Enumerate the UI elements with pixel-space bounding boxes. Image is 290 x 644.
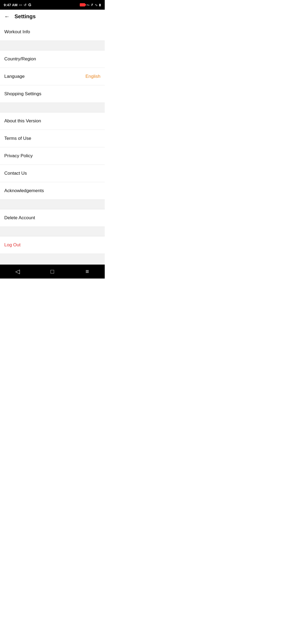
- privacy-policy-label: Privacy Policy: [4, 153, 33, 159]
- section-divider-3: [0, 200, 105, 209]
- google-icon: G: [28, 3, 31, 7]
- nav-home-icon: □: [50, 268, 54, 275]
- status-icons: 🗝 ✗ ∿ ▮: [80, 3, 101, 7]
- acknowledgements-label: Acknowledgements: [4, 188, 44, 193]
- settings-item-delete-account[interactable]: Delete Account: [0, 209, 105, 227]
- nav-home-button[interactable]: □: [44, 266, 60, 277]
- page-title: Settings: [15, 13, 36, 20]
- country-region-label: Country/Region: [4, 56, 36, 62]
- refresh-icon: ↺: [24, 3, 27, 7]
- battery-icon: [80, 3, 85, 6]
- key-icon: 🗝: [86, 3, 89, 6]
- workout-info-label: Workout Info: [4, 29, 30, 35]
- shopping-settings-label: Shopping Settings: [4, 91, 41, 97]
- bottom-spacer: [0, 254, 105, 265]
- language-value: English: [85, 74, 100, 79]
- logout-label: Log Out: [4, 242, 21, 247]
- page-header: ← Settings: [0, 10, 105, 23]
- language-label: Language: [4, 74, 25, 79]
- status-bar: 9:47 AM ▭ ↺ G 🗝 ✗ ∿ ▮: [0, 0, 105, 10]
- back-button[interactable]: ←: [4, 13, 10, 20]
- settings-list: Workout Info Country/Region Language Eng…: [0, 23, 105, 265]
- status-left: 9:47 AM ▭ ↺ G: [4, 3, 31, 7]
- status-time: 9:47 AM: [4, 3, 17, 7]
- settings-item-acknowledgements[interactable]: Acknowledgements: [0, 182, 105, 200]
- nav-menu-icon: ≡: [86, 268, 89, 275]
- nav-menu-button[interactable]: ≡: [79, 266, 95, 277]
- bluetooth-icon: ✗: [91, 3, 93, 7]
- logout-item[interactable]: Log Out: [0, 236, 105, 254]
- nav-back-icon: ◁: [15, 268, 20, 275]
- wifi-icon: ∿: [95, 3, 98, 7]
- settings-item-workout-info[interactable]: Workout Info: [0, 23, 105, 41]
- about-version-label: About this Version: [4, 118, 41, 124]
- settings-item-contact-us[interactable]: Contact Us: [0, 165, 105, 182]
- section-divider-1: [0, 41, 105, 50]
- nav-back-button[interactable]: ◁: [9, 266, 26, 277]
- contact-us-label: Contact Us: [4, 171, 27, 176]
- settings-item-language[interactable]: Language English: [0, 68, 105, 85]
- section-divider-2: [0, 103, 105, 112]
- section-divider-4: [0, 227, 105, 236]
- battery-main-icon: ▮: [99, 3, 101, 7]
- nav-bar: ◁ □ ≡: [0, 265, 105, 279]
- settings-item-about-version[interactable]: About this Version: [0, 112, 105, 130]
- settings-item-privacy-policy[interactable]: Privacy Policy: [0, 147, 105, 165]
- settings-item-terms-of-use[interactable]: Terms of Use: [0, 130, 105, 147]
- terms-of-use-label: Terms of Use: [4, 136, 31, 141]
- delete-account-label: Delete Account: [4, 215, 35, 221]
- settings-item-shopping-settings[interactable]: Shopping Settings: [0, 85, 105, 103]
- video-icon: ▭: [19, 3, 22, 7]
- settings-item-country-region[interactable]: Country/Region: [0, 50, 105, 68]
